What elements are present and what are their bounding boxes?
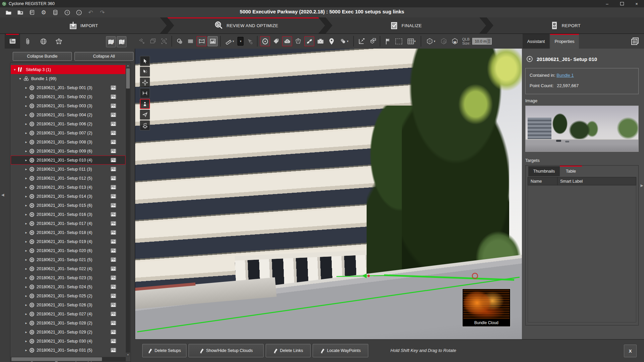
setup-label[interactable]: 20180621_J01- Setup 030 (4) xyxy=(37,339,92,344)
panorama-view-icon[interactable] xyxy=(197,36,207,46)
color-mode-icon[interactable] xyxy=(174,36,184,46)
setup-label[interactable]: 20180621_J01- Setup 026 (3) xyxy=(37,303,92,307)
expander-icon[interactable]: ▸ xyxy=(24,303,28,307)
bundle-label[interactable]: Bundle 1 (99) xyxy=(31,76,56,81)
tree-vertical-scrollbar[interactable]: ▲ ▼ xyxy=(126,63,130,357)
tree-row-setup[interactable]: ▸ 20180621_J01- Setup 019 (4) xyxy=(11,237,125,246)
expander-icon[interactable]: ▸ xyxy=(24,158,28,162)
measure-ruler-icon[interactable]: ▾ xyxy=(223,36,236,46)
setup-image-badge-icon[interactable] xyxy=(111,285,116,289)
setup-image-badge-icon[interactable] xyxy=(111,321,116,325)
tree-row-setup[interactable]: ▸ 20180621_J01- Setup 010 (4) xyxy=(11,156,125,165)
expander-icon[interactable]: ▸ xyxy=(24,258,28,261)
expander-icon[interactable]: ▸ xyxy=(24,185,28,189)
tree-row-setup[interactable]: ▸ 20180621_J01- Setup 014 (3) xyxy=(11,192,125,201)
setup-label[interactable]: 20180621_J01- Setup 003 (3) xyxy=(37,104,92,108)
setup-image-badge-icon[interactable] xyxy=(111,158,116,162)
setup-image-badge-icon[interactable] xyxy=(111,230,116,235)
setup-label[interactable]: 20180621_J01- Setup 017 (4) xyxy=(37,221,92,226)
labels-visibility-icon[interactable] xyxy=(271,36,281,46)
camera-visibility-icon[interactable] xyxy=(315,36,325,46)
setup-image-badge-icon[interactable] xyxy=(111,276,116,280)
pano-walk-tool[interactable] xyxy=(140,99,150,109)
multi-select-cursor-tool[interactable] xyxy=(140,67,150,77)
setup-image-badge-icon[interactable] xyxy=(111,149,116,153)
expander-icon[interactable]: ▸ xyxy=(24,104,28,108)
expander-icon[interactable]: ▸ xyxy=(24,194,28,198)
setup-image-badge-icon[interactable] xyxy=(111,185,116,189)
expander-icon[interactable]: ▸ xyxy=(24,312,28,316)
expander-icon[interactable]: ▸ xyxy=(24,131,28,135)
window-layout-icon[interactable] xyxy=(148,36,158,46)
tree-row-setup[interactable]: ▸ 20180621_J01- Setup 002 (3) xyxy=(11,92,125,101)
setup-label[interactable]: 20180621_J01- Setup 019 (4) xyxy=(37,239,92,244)
expander-icon[interactable]: ▸ xyxy=(24,222,28,225)
expander-icon[interactable]: ▸ xyxy=(24,167,28,171)
setup-label[interactable]: 20180621_J01- Setup 021 (5) xyxy=(37,257,92,262)
tree-row-setup[interactable]: ▸ 20180621_J01- Setup 024 (5) xyxy=(11,282,125,291)
setup-label[interactable]: 20180621_J01- Setup 007 (2) xyxy=(37,131,92,135)
setup-label[interactable]: 20180621_J01- Setup 014 (3) xyxy=(37,194,92,199)
measure-tool[interactable] xyxy=(140,88,150,98)
pick-point-icon[interactable] xyxy=(245,36,255,46)
tree-row-setup[interactable]: ▸ 20180621_J01- Setup 001 (3) xyxy=(11,83,125,92)
tree-row-setup[interactable]: ▸ 20180621_J01- Setup 029 (2) xyxy=(11,327,125,337)
setup-label[interactable]: 20180621_J01- Setup 012 (5) xyxy=(37,176,92,181)
setup-image-badge-icon[interactable] xyxy=(111,194,116,198)
expander-icon[interactable]: ▸ xyxy=(24,285,28,289)
tab-finalize[interactable]: FINALIZE xyxy=(326,17,486,34)
minimize-button[interactable]: – xyxy=(600,0,614,7)
setup-image-thumbnail[interactable] xyxy=(525,106,639,152)
tree-row-setup[interactable]: ▸ 20180621_J01- Setup 031 (5) xyxy=(11,346,125,355)
panel-layout-icon[interactable] xyxy=(630,37,640,47)
setup-label[interactable]: 20180621_J01- Setup 016 (3) xyxy=(37,212,92,217)
setup-image-badge-icon[interactable] xyxy=(111,122,116,126)
bundle-cloud-thumbnail[interactable]: Bundle Cloud xyxy=(462,289,511,327)
tree-row-setup[interactable]: ▸ 20180621_J01- Setup 011 (3) xyxy=(11,165,125,174)
remove-sitemap-button[interactable]: − xyxy=(117,36,126,47)
setup-label[interactable]: 20180621_J01- Setup 013 (4) xyxy=(37,185,92,190)
orbit-tool[interactable] xyxy=(140,77,150,87)
setup-image-badge-icon[interactable] xyxy=(111,113,116,117)
expander-icon[interactable]: ▸ xyxy=(24,86,28,89)
expander-icon[interactable]: ▸ xyxy=(24,267,28,270)
setup-image-badge-icon[interactable] xyxy=(111,131,116,135)
tree-row-setup[interactable]: ▸ 20180621_J01- Setup 028 (2) xyxy=(11,318,125,327)
setup-image-badge-icon[interactable] xyxy=(111,203,116,207)
delete-links-button[interactable]: Delete Links xyxy=(266,344,311,357)
setup-label[interactable]: 20180621_J01- Setup 027 (4) xyxy=(37,312,92,316)
expander-icon[interactable]: ▸ xyxy=(24,339,28,343)
setup-image-badge-icon[interactable] xyxy=(111,85,116,90)
limit-box-manager-icon[interactable]: M xyxy=(450,36,460,46)
collapse-panel-right-icon[interactable]: ▶ xyxy=(641,183,643,188)
setup-label[interactable]: 20180621_J01- Setup 031 (5) xyxy=(37,348,92,353)
tree-row-setup[interactable]: ▸ 20180621_J01- Setup 009 (6) xyxy=(11,146,125,156)
sitemap-label[interactable]: SiteMap 3 (1) xyxy=(26,67,51,72)
targets-visibility-icon[interactable] xyxy=(260,36,270,46)
expander-icon[interactable]: ▸ xyxy=(24,276,28,280)
tab-table[interactable]: Table xyxy=(560,166,582,176)
tree-row-setup[interactable]: ▸ 20180621_J01- Setup 018 (4) xyxy=(11,228,125,237)
collapse-panel-left-icon[interactable]: ◀ xyxy=(1,193,4,197)
qlb-size-spinner[interactable]: 10.0 m ▲▼ xyxy=(472,38,492,45)
tree-row-setup[interactable]: ▸ 20180621_J01- Setup 022 (4) xyxy=(11,264,125,273)
setup-label[interactable]: 20180621_J01- Setup 015 (6) xyxy=(37,203,92,208)
expander-icon[interactable]: ▸ xyxy=(24,176,28,180)
setup-image-badge-icon[interactable] xyxy=(111,239,116,244)
delete-setups-button[interactable]: Delete Setups xyxy=(142,344,186,357)
grid-view-icon[interactable]: ▾ xyxy=(405,36,418,46)
tree-row-setup[interactable]: ▸ 20180621_J01- Setup 021 (5) xyxy=(11,255,125,264)
tree-row-setup[interactable]: ▸ 20180621_J01- Setup 023 (3) xyxy=(11,273,125,282)
clouds-visibility-icon[interactable] xyxy=(282,36,292,46)
tree-row-setup[interactable]: ▸ 20180621_J01- Setup 025 (2) xyxy=(11,291,125,300)
setup-label[interactable]: 20180621_J01- Setup 010 (4) xyxy=(37,158,92,163)
close-mode-button[interactable]: X xyxy=(624,345,637,357)
locate-waypoints-button[interactable]: Locate WayPoints xyxy=(313,344,368,357)
setup-label[interactable]: 20180621_J01- Setup 029 (2) xyxy=(37,330,92,335)
move-setup-icon[interactable] xyxy=(356,36,366,46)
setup-image-badge-icon[interactable] xyxy=(111,212,116,217)
expander-icon[interactable]: ▸ xyxy=(24,321,28,325)
setup-label[interactable]: 20180621_J01- Setup 022 (4) xyxy=(37,266,92,271)
setup-label[interactable]: 20180621_J01- Setup 001 (3) xyxy=(37,85,92,90)
limit-box-history-icon[interactable] xyxy=(439,36,449,46)
